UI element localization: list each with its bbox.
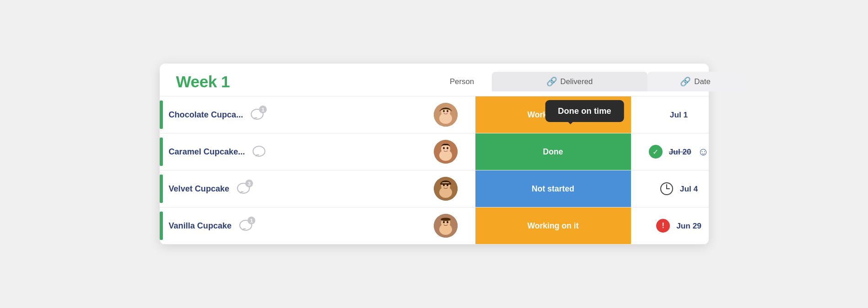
item-name: Chocolate Cupca... [169, 110, 243, 120]
avatar [434, 177, 458, 201]
chat-icon [251, 144, 267, 159]
date-cell: Jul 1 [631, 96, 727, 133]
status-cell[interactable]: Not started [475, 170, 631, 207]
smiley-icon: ☺ [698, 145, 709, 158]
person-cell [416, 210, 475, 241]
clock-svg [660, 182, 674, 196]
avatar-face [434, 214, 458, 238]
table-body: Chocolate Cupca... 1 [160, 96, 709, 244]
header-row: Week 1 Person 🔗 Delivered 🔗 Date [160, 64, 709, 96]
green-bar [160, 175, 163, 203]
chat-bubble[interactable] [251, 144, 267, 159]
table-row: Velvet Cupcake 3 [160, 170, 709, 207]
item-cell: Chocolate Cupca... 1 [160, 101, 416, 129]
exclaim-icon: ! [656, 219, 670, 233]
svg-point-24 [443, 221, 445, 223]
chat-count: 3 [245, 180, 253, 187]
item-cell: Caramel Cupcake... [160, 138, 416, 166]
table-row: Chocolate Cupca... 1 [160, 96, 709, 133]
person-cell [416, 136, 475, 167]
avatar-face [434, 103, 458, 127]
chat-count: 1 [259, 106, 267, 113]
date-link-icon: 🔗 [680, 76, 691, 87]
item-name: Vanilla Cupcake [169, 221, 232, 231]
status-cell[interactable]: Working on it Done on time [475, 96, 631, 133]
chat-count: 1 [248, 217, 255, 224]
item-name: Caramel Cupcake... [169, 147, 245, 157]
svg-point-5 [447, 110, 448, 112]
table-row: Caramel Cupcake... [160, 133, 709, 170]
svg-rect-18 [440, 183, 451, 185]
chat-bubble[interactable]: 3 [236, 181, 251, 196]
item-cell: Velvet Cupcake 3 [160, 175, 416, 203]
avatar-face [434, 140, 458, 164]
status-badge[interactable]: Working on it [475, 96, 631, 133]
date-cell: ! Jun 29 [631, 207, 727, 244]
avatar [434, 214, 458, 238]
chat-bubble[interactable]: 1 [249, 107, 265, 122]
date-text: Jul 1 [670, 110, 688, 120]
delivered-col-header: 🔗 Delivered [492, 72, 647, 91]
avatar [434, 103, 458, 127]
item-cell: Vanilla Cupcake 1 [160, 212, 416, 240]
status-badge[interactable]: Done [475, 133, 631, 170]
item-name: Velvet Cupcake [169, 184, 230, 194]
person-col-header: Person [432, 77, 492, 86]
svg-point-25 [447, 221, 448, 223]
svg-point-11 [447, 147, 448, 149]
status-cell[interactable]: Done [475, 133, 631, 170]
green-bar [160, 212, 163, 240]
week-title: Week 1 [176, 73, 432, 91]
green-bar [160, 138, 163, 166]
date-cell: ✓ Jul 20 ☺ [631, 133, 727, 170]
person-cell [416, 99, 475, 130]
clock [660, 182, 674, 196]
green-bar [160, 101, 163, 129]
check-icon: ✓ [649, 145, 663, 159]
table-row: Vanilla Cupcake 1 [160, 207, 709, 244]
avatar [434, 140, 458, 164]
check-green-icon: ✓ [649, 145, 663, 159]
svg-point-26 [441, 218, 451, 221]
date-text: Jul 20 [669, 147, 691, 157]
svg-point-10 [443, 147, 445, 149]
avatar-face [434, 177, 458, 201]
date-cell: Jul 4 [631, 170, 727, 207]
main-card: Week 1 Person 🔗 Delivered 🔗 Date Chocola… [160, 64, 709, 244]
date-text: Jul 4 [680, 184, 698, 194]
svg-point-4 [443, 110, 445, 112]
delivered-link-icon: 🔗 [546, 76, 557, 87]
date-text: Jun 29 [676, 221, 701, 231]
status-badge[interactable]: Working on it [475, 207, 631, 244]
exclaim-red-icon: ! [656, 219, 670, 233]
status-cell[interactable]: Working on it [475, 207, 631, 244]
person-cell [416, 173, 475, 204]
chat-bubble[interactable]: 1 [238, 218, 253, 234]
clock-icon [660, 182, 674, 196]
status-badge[interactable]: Not started [475, 170, 631, 207]
date-col-header: 🔗 Date [647, 72, 744, 91]
